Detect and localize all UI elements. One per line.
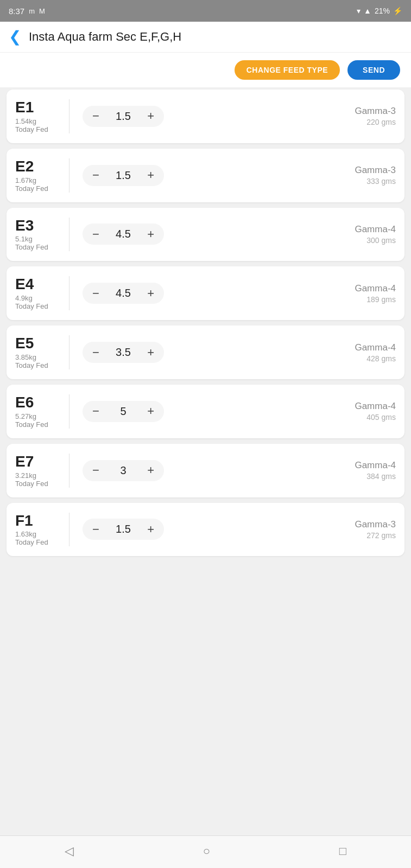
feed-card: E1 1.54kg Today Fed − 1.5 + Gamma-3 220 … [7,90,404,143]
stepper-control: − 3 + [83,460,164,481]
section-weight: 5.27kg [15,412,36,420]
send-button[interactable]: SEND [347,60,400,80]
status-time: 8:37 [9,7,24,16]
feed-type: Gamma-4 [355,224,396,235]
stepper-control: − 1.5 + [83,519,164,540]
section-info: E4 4.9kg Today Fed [15,276,69,310]
stepper-value: 1.5 [115,110,131,123]
feed-type: Gamma-4 [355,283,396,294]
decrement-button[interactable]: − [90,110,102,122]
stepper: − 3.5 + [83,342,164,363]
stepper: − 1.5 + [83,519,164,540]
status-right: ▾ ▲ 21% ⚡ [357,7,402,15]
feed-type: Gamma-3 [355,106,396,117]
increment-button[interactable]: + [145,288,156,299]
bottom-nav: ◁ ○ □ [0,835,411,868]
battery-level: 21% [375,7,390,15]
page-title: Insta Aqua farm Sec E,F,G,H [29,30,181,44]
feed-gms: 405 gms [366,413,396,422]
section-name: F1 [15,513,33,529]
feed-card: E4 4.9kg Today Fed − 4.5 + Gamma-4 189 g… [7,266,404,320]
increment-button[interactable]: + [145,524,156,535]
increment-button[interactable]: + [145,464,156,476]
decrement-button[interactable]: − [90,405,102,417]
stepper-value: 4.5 [115,228,131,240]
increment-button[interactable]: + [145,347,156,359]
stepper-value: 5 [115,405,131,418]
section-name: E5 [15,335,34,352]
feed-type: Gamma-4 [355,460,396,471]
change-feed-type-button[interactable]: CHANGE FEED TYPE [235,60,340,80]
stepper-control: − 1.5 + [83,106,164,127]
decrement-button[interactable]: − [90,228,102,240]
feed-info: Gamma-3 333 gms [355,165,396,186]
status-left: 8:37 m M [9,7,45,16]
stepper-control: − 1.5 + [83,165,164,186]
section-info: E5 3.85kg Today Fed [15,335,69,369]
status-bar: 8:37 m M ▾ ▲ 21% ⚡ [0,0,411,22]
stepper: − 5 + [83,401,164,422]
feed-type: Gamma-4 [355,401,396,412]
feed-gms: 333 gms [366,177,396,186]
section-label: Today Fed [15,302,48,310]
section-info: F1 1.63kg Today Fed [15,513,69,547]
section-label: Today Fed [15,125,48,133]
increment-button[interactable]: + [145,110,156,122]
section-label: Today Fed [15,184,48,193]
status-app-icon1: m [29,7,35,15]
stepper-control: − 3.5 + [83,342,164,363]
decrement-button[interactable]: − [90,464,102,476]
section-info: E2 1.67kg Today Fed [15,158,69,193]
feed-info: Gamma-4 300 gms [355,224,396,245]
section-weight: 1.63kg [15,530,36,538]
feed-type: Gamma-4 [355,342,396,353]
nav-home-icon[interactable]: ○ [203,844,210,858]
section-name: E4 [15,276,34,293]
section-name: E7 [15,454,34,470]
section-name: E6 [15,394,34,411]
signal-icon: ▲ [364,7,371,15]
battery-icon: ⚡ [393,7,402,15]
back-button[interactable]: ❮ [9,29,21,44]
decrement-button[interactable]: − [90,169,102,181]
feed-gms: 189 gms [366,295,396,304]
feed-gms: 220 gms [366,118,396,126]
section-label: Today Fed [15,420,48,429]
increment-button[interactable]: + [145,169,156,181]
decrement-button[interactable]: − [90,288,102,299]
section-info: E7 3.21kg Today Fed [15,454,69,488]
feed-card: F1 1.63kg Today Fed − 1.5 + Gamma-3 272 … [7,503,404,557]
nav-back-icon[interactable]: ◁ [65,844,74,858]
feed-info: Gamma-3 220 gms [355,106,396,126]
feed-info: Gamma-4 405 gms [355,401,396,422]
section-weight: 3.21kg [15,471,36,480]
section-label: Today Fed [15,538,48,546]
section-label: Today Fed [15,480,48,488]
nav-recent-icon[interactable]: □ [339,844,346,858]
stepper: − 3 + [83,460,164,481]
stepper: − 4.5 + [83,283,164,304]
section-label: Today Fed [15,361,48,369]
increment-button[interactable]: + [145,405,156,417]
decrement-button[interactable]: − [90,347,102,359]
stepper-control: − 5 + [83,401,164,422]
feed-type: Gamma-3 [355,165,396,176]
section-info: E3 5.1kg Today Fed [15,218,69,252]
feed-card: E2 1.67kg Today Fed − 1.5 + Gamma-3 333 … [7,149,404,202]
feed-card: E3 5.1kg Today Fed − 4.5 + Gamma-4 300 g… [7,208,404,261]
wifi-icon: ▾ [357,7,361,15]
header: ❮ Insta Aqua farm Sec E,F,G,H [0,22,411,53]
decrement-button[interactable]: − [90,524,102,535]
feed-info: Gamma-3 272 gms [355,519,396,540]
stepper: − 1.5 + [83,165,164,186]
status-app-icon2: M [39,7,45,15]
feed-info: Gamma-4 189 gms [355,283,396,304]
section-weight: 1.54kg [15,117,36,125]
feed-card: E5 3.85kg Today Fed − 3.5 + Gamma-4 428 … [7,326,404,379]
increment-button[interactable]: + [145,228,156,240]
feed-list: E1 1.54kg Today Fed − 1.5 + Gamma-3 220 … [0,87,411,835]
stepper: − 4.5 + [83,224,164,245]
stepper-value: 1.5 [115,523,131,535]
feed-card: E7 3.21kg Today Fed − 3 + Gamma-4 384 gm… [7,444,404,497]
section-weight: 3.85kg [15,353,36,361]
